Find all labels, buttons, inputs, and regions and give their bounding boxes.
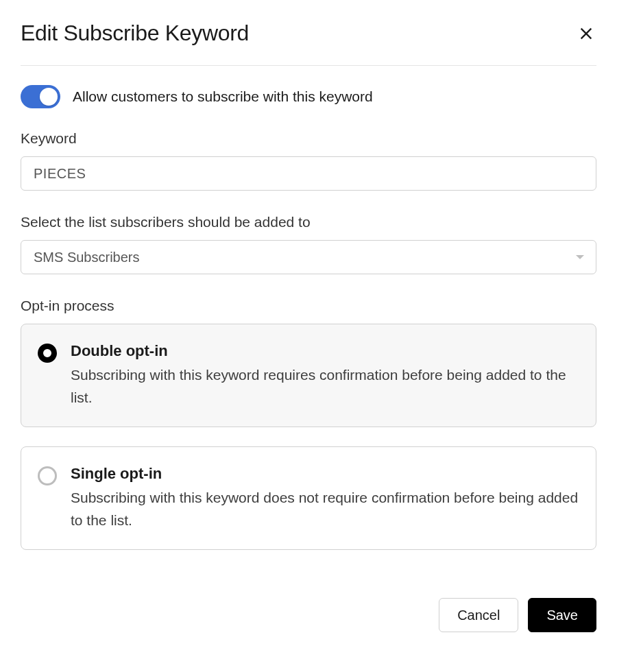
radio-body: Double opt-in Subscribing with this keyw…	[71, 342, 579, 409]
allow-subscribe-toggle[interactable]	[21, 85, 60, 108]
allow-subscribe-toggle-row: Allow customers to subscribe with this k…	[21, 85, 596, 108]
optin-option-title: Double opt-in	[71, 342, 579, 360]
optin-option-single[interactable]: Single opt-in Subscribing with this keyw…	[21, 446, 596, 550]
keyword-input[interactable]	[21, 156, 596, 191]
keyword-label: Keyword	[21, 130, 596, 147]
list-select-label: Select the list subscribers should be ad…	[21, 214, 596, 230]
modal-footer: Cancel Save	[21, 598, 596, 632]
list-select-wrap: SMS Subscribers	[21, 240, 596, 274]
optin-option-title: Single opt-in	[71, 465, 579, 483]
toggle-knob	[40, 88, 58, 106]
radio-body: Single opt-in Subscribing with this keyw…	[71, 465, 579, 531]
optin-option-desc: Subscribing with this keyword requires c…	[71, 364, 579, 409]
allow-subscribe-label: Allow customers to subscribe with this k…	[73, 88, 373, 105]
optin-process-label: Opt-in process	[21, 298, 596, 314]
modal-header: Edit Subscribe Keyword	[21, 21, 596, 66]
optin-option-double[interactable]: Double opt-in Subscribing with this keyw…	[21, 324, 596, 427]
list-select[interactable]: SMS Subscribers	[21, 240, 596, 274]
edit-subscribe-keyword-modal: Edit Subscribe Keyword Allow customers t…	[0, 0, 617, 653]
save-button[interactable]: Save	[528, 598, 596, 632]
cancel-button[interactable]: Cancel	[439, 598, 518, 632]
radio-icon	[38, 466, 57, 485]
optin-option-desc: Subscribing with this keyword does not r…	[71, 487, 579, 531]
close-icon	[579, 26, 594, 41]
close-button[interactable]	[576, 23, 596, 44]
radio-icon	[38, 344, 57, 363]
modal-title: Edit Subscribe Keyword	[21, 21, 249, 46]
